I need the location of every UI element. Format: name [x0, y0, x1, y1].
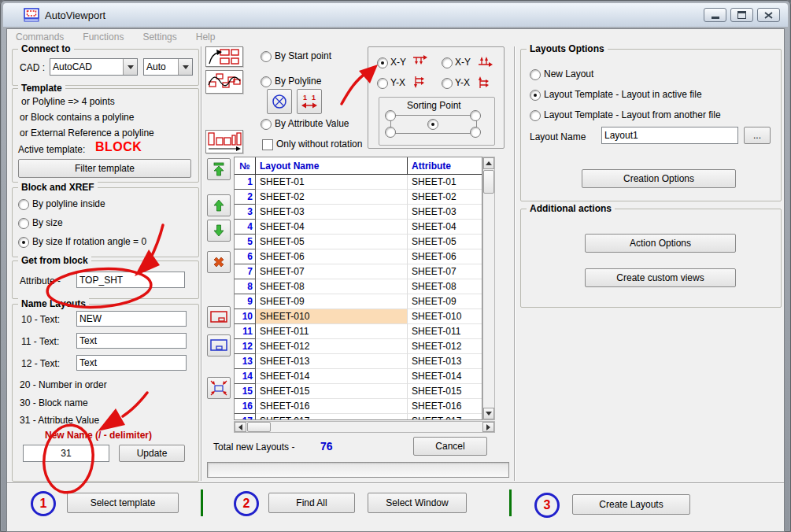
menu-functions[interactable]: Functions: [83, 31, 124, 42]
cad-select-arrow[interactable]: [123, 59, 137, 75]
table-cell-layout-name[interactable]: SHEET-06: [256, 249, 408, 264]
scale-1-1-button[interactable]: 1 1: [297, 89, 322, 114]
table-cell-attribute[interactable]: SHEET-09: [408, 294, 482, 309]
red-viewport-button[interactable]: [207, 306, 231, 328]
table-cell-attribute[interactable]: SHEET-05: [408, 235, 482, 249]
menu-help[interactable]: Help: [196, 31, 216, 42]
table-row[interactable]: 2SHEET-02SHEET-02: [235, 190, 482, 205]
table-cell-layout-name[interactable]: SHEET-07: [256, 264, 408, 279]
table-cell-attribute[interactable]: SHEET-04: [408, 220, 482, 235]
table-cell-layout-name[interactable]: SHEET-02: [256, 190, 408, 205]
action-options-button[interactable]: Action Options: [585, 234, 736, 253]
radio-sort-yx-2[interactable]: [442, 78, 453, 89]
text10-field[interactable]: [76, 311, 187, 327]
table-cell-attribute[interactable]: SHEET-015: [408, 384, 482, 399]
table-cell-layout-name[interactable]: SHEET-010: [256, 309, 408, 324]
header-layout-name[interactable]: Layout Name: [256, 157, 408, 175]
table-cell-layout-name[interactable]: SHEET-015: [256, 384, 408, 399]
center-viewport-button[interactable]: [267, 89, 292, 114]
table-row[interactable]: 7SHEET-07SHEET-07: [235, 264, 482, 279]
radio-by-start-point[interactable]: [261, 51, 272, 62]
table-cell-attribute[interactable]: SHEET-011: [408, 324, 482, 339]
table-row[interactable]: 12SHEET-012SHEET-012: [235, 339, 482, 354]
table-row[interactable]: 5SHEET-05SHEET-05: [235, 235, 482, 249]
sorting-point-bottom-left[interactable]: [385, 127, 396, 138]
layout-name-field[interactable]: [601, 127, 738, 144]
create-custom-views-button[interactable]: Create custom views: [585, 268, 736, 287]
table-cell-layout-name[interactable]: SHEET-013: [256, 354, 408, 369]
text12-field[interactable]: [76, 355, 187, 371]
radio-by-polyline[interactable]: [261, 76, 272, 87]
blue-viewport-button[interactable]: [207, 334, 231, 357]
header-number[interactable]: №: [235, 157, 256, 175]
table-row[interactable]: 4SHEET-04SHEET-04: [235, 220, 482, 235]
table-cell-attribute[interactable]: SHEET-02: [408, 190, 482, 205]
table-cell-attribute[interactable]: SHEET-016: [408, 399, 482, 414]
table-cell-number[interactable]: 8: [235, 279, 256, 294]
table-cell-layout-name[interactable]: SHEET-014: [256, 369, 408, 384]
scroll-down-button[interactable]: [483, 408, 494, 419]
radio-by-attribute-value[interactable]: [261, 119, 272, 130]
table-row[interactable]: 11SHEET-011SHEET-011: [235, 324, 482, 339]
table-cell-layout-name[interactable]: SHEET-017: [256, 414, 408, 420]
table-row[interactable]: 8SHEET-08SHEET-08: [235, 279, 482, 294]
table-cell-attribute[interactable]: SHEET-08: [408, 279, 482, 294]
table-cell-number[interactable]: 16: [235, 399, 256, 414]
table-cell-attribute[interactable]: SHEET-010: [408, 309, 482, 324]
table-cell-number[interactable]: 13: [235, 354, 256, 369]
filter-template-button[interactable]: Filter template: [18, 159, 191, 178]
table-cell-layout-name[interactable]: SHEET-09: [256, 294, 408, 309]
polyline-icon-button[interactable]: [205, 70, 243, 94]
browse-layout-button[interactable]: ...: [744, 127, 771, 144]
table-cell-number[interactable]: 9: [235, 294, 256, 309]
minimize-button[interactable]: [704, 8, 726, 22]
table-cell-number[interactable]: 3: [235, 205, 256, 220]
table-cell-number[interactable]: 4: [235, 220, 256, 235]
radio-by-size[interactable]: [18, 218, 29, 229]
table-cell-number[interactable]: 14: [235, 369, 256, 384]
sorting-point-center[interactable]: [427, 119, 438, 130]
table-cell-number[interactable]: 10: [235, 309, 256, 324]
horizontal-scroll-thumb[interactable]: [247, 422, 271, 432]
create-layouts-button[interactable]: Create Layouts: [572, 494, 690, 515]
table-row[interactable]: 6SHEET-06SHEET-06: [235, 249, 482, 264]
table-cell-layout-name[interactable]: SHEET-016: [256, 399, 408, 414]
move-up-button[interactable]: [207, 194, 231, 216]
table-cell-attribute[interactable]: SHEET-01: [408, 175, 482, 190]
creation-options-button[interactable]: Creation Options: [582, 169, 736, 188]
table-cell-attribute[interactable]: SHEET-03: [408, 205, 482, 220]
only-without-rotation-checkbox[interactable]: [262, 139, 273, 150]
vertical-scroll-thumb[interactable]: [483, 170, 494, 194]
scroll-right-button[interactable]: [482, 422, 494, 432]
radio-sort-yx-1[interactable]: [377, 78, 388, 89]
table-cell-number[interactable]: 12: [235, 339, 256, 354]
move-down-button[interactable]: [207, 220, 231, 242]
table-row[interactable]: 9SHEET-09SHEET-09: [235, 294, 482, 309]
table-cell-number[interactable]: 6: [235, 249, 256, 264]
radio-layout-another-file[interactable]: [530, 110, 541, 121]
sorting-point-bottom-right[interactable]: [470, 127, 481, 138]
menu-commands[interactable]: Commands: [16, 31, 64, 42]
update-button[interactable]: Update: [119, 445, 185, 462]
radio-sort-xy-2[interactable]: [442, 57, 453, 68]
table-cell-layout-name[interactable]: SHEET-012: [256, 339, 408, 354]
table-row[interactable]: 10SHEET-010SHEET-010: [235, 309, 482, 324]
fit-view-button[interactable]: [207, 377, 231, 399]
scroll-up-button[interactable]: [483, 157, 494, 169]
table-cell-attribute[interactable]: SHEET-06: [408, 249, 482, 264]
rects-row-icon-button[interactable]: [205, 130, 243, 153]
table-cell-layout-name[interactable]: SHEET-05: [256, 235, 408, 249]
table-cell-layout-name[interactable]: SHEET-01: [256, 175, 408, 190]
radio-by-size-if-rotation[interactable]: [18, 237, 29, 248]
delete-row-button[interactable]: [207, 251, 231, 273]
table-cell-layout-name[interactable]: SHEET-03: [256, 205, 408, 220]
header-attribute[interactable]: Attribute: [408, 157, 482, 175]
attribute-field[interactable]: [76, 272, 185, 288]
cancel-button[interactable]: Cancel: [413, 437, 487, 456]
table-row[interactable]: 16SHEET-016SHEET-016: [235, 399, 482, 414]
table-cell-attribute[interactable]: SHEET-07: [408, 264, 482, 279]
radio-by-polyline-inside[interactable]: [18, 199, 29, 210]
close-button[interactable]: [757, 8, 780, 22]
scroll-left-button[interactable]: [235, 422, 246, 432]
table-cell-number[interactable]: 11: [235, 324, 256, 339]
